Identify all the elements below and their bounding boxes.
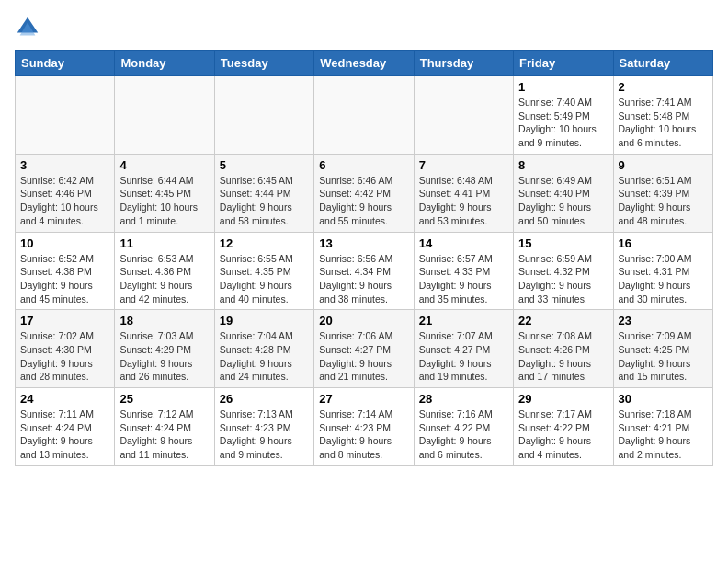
calendar-table: SundayMondayTuesdayWednesdayThursdayFrid… (15, 50, 713, 466)
day-number: 16 (619, 236, 708, 250)
day-number: 21 (419, 314, 508, 327)
logo-icon (15, 15, 40, 40)
day-number: 4 (119, 158, 209, 172)
calendar-cell: 20Sunrise: 7:06 AM Sunset: 4:27 PM Dayli… (314, 310, 414, 388)
day-number: 14 (419, 236, 508, 250)
day-info: Sunrise: 7:41 AM Sunset: 5:48 PM Dayligh… (619, 96, 708, 150)
calendar-cell: 24Sunrise: 7:11 AM Sunset: 4:24 PM Dayli… (16, 388, 115, 466)
calendar-cell: 23Sunrise: 7:09 AM Sunset: 4:25 PM Dayli… (613, 310, 712, 388)
calendar-cell: 4Sunrise: 6:44 AM Sunset: 4:45 PM Daylig… (115, 154, 214, 232)
calendar-week-3: 17Sunrise: 7:02 AM Sunset: 4:30 PM Dayli… (16, 310, 713, 388)
calendar-cell: 19Sunrise: 7:04 AM Sunset: 4:28 PM Dayli… (214, 310, 313, 388)
day-info: Sunrise: 7:08 AM Sunset: 4:26 PM Dayligh… (518, 329, 608, 384)
calendar-cell: 27Sunrise: 7:14 AM Sunset: 4:23 PM Dayli… (314, 388, 414, 466)
dow-header-saturday: Saturday (613, 51, 712, 76)
day-number: 26 (220, 392, 309, 406)
dow-header-sunday: Sunday (16, 51, 115, 76)
day-info: Sunrise: 6:53 AM Sunset: 4:36 PM Dayligh… (119, 252, 209, 306)
calendar-cell: 1Sunrise: 7:40 AM Sunset: 5:49 PM Daylig… (514, 76, 613, 155)
calendar-cell: 25Sunrise: 7:12 AM Sunset: 4:24 PM Dayli… (115, 388, 214, 466)
calendar-cell: 12Sunrise: 6:55 AM Sunset: 4:35 PM Dayli… (214, 232, 313, 310)
calendar-cell: 14Sunrise: 6:57 AM Sunset: 4:33 PM Dayli… (414, 232, 513, 310)
day-info: Sunrise: 6:57 AM Sunset: 4:33 PM Dayligh… (419, 252, 508, 306)
day-info: Sunrise: 7:17 AM Sunset: 4:22 PM Dayligh… (518, 408, 608, 462)
day-info: Sunrise: 7:03 AM Sunset: 4:29 PM Dayligh… (119, 329, 209, 384)
calendar-cell: 15Sunrise: 6:59 AM Sunset: 4:32 PM Dayli… (514, 232, 613, 310)
calendar-cell: 7Sunrise: 6:48 AM Sunset: 4:41 PM Daylig… (414, 154, 513, 232)
calendar-cell: 13Sunrise: 6:56 AM Sunset: 4:34 PM Dayli… (314, 232, 414, 310)
calendar-body: 1Sunrise: 7:40 AM Sunset: 5:49 PM Daylig… (16, 76, 713, 466)
calendar-cell (115, 76, 214, 155)
calendar-cell: 17Sunrise: 7:02 AM Sunset: 4:30 PM Dayli… (16, 310, 115, 388)
day-number: 19 (220, 314, 309, 327)
days-of-week-row: SundayMondayTuesdayWednesdayThursdayFrid… (16, 51, 713, 76)
day-info: Sunrise: 7:18 AM Sunset: 4:21 PM Dayligh… (619, 408, 708, 462)
day-number: 15 (518, 236, 608, 250)
calendar-week-2: 10Sunrise: 6:52 AM Sunset: 4:38 PM Dayli… (16, 232, 713, 310)
day-info: Sunrise: 7:12 AM Sunset: 4:24 PM Dayligh… (119, 408, 209, 462)
page-header (15, 15, 713, 40)
day-number: 1 (518, 80, 608, 94)
calendar-cell: 10Sunrise: 6:52 AM Sunset: 4:38 PM Dayli… (16, 232, 115, 310)
calendar-week-4: 24Sunrise: 7:11 AM Sunset: 4:24 PM Dayli… (16, 388, 713, 466)
calendar-cell: 5Sunrise: 6:45 AM Sunset: 4:44 PM Daylig… (214, 154, 313, 232)
day-info: Sunrise: 6:59 AM Sunset: 4:32 PM Dayligh… (518, 252, 608, 306)
calendar-week-0: 1Sunrise: 7:40 AM Sunset: 5:49 PM Daylig… (16, 76, 713, 155)
day-info: Sunrise: 7:13 AM Sunset: 4:23 PM Dayligh… (220, 408, 309, 462)
logo (15, 15, 44, 40)
day-number: 25 (119, 392, 209, 406)
day-number: 10 (20, 236, 109, 250)
day-info: Sunrise: 7:02 AM Sunset: 4:30 PM Dayligh… (20, 329, 109, 384)
dow-header-thursday: Thursday (414, 51, 513, 76)
calendar-cell: 21Sunrise: 7:07 AM Sunset: 4:27 PM Dayli… (414, 310, 513, 388)
calendar-cell: 28Sunrise: 7:16 AM Sunset: 4:22 PM Dayli… (414, 388, 513, 466)
dow-header-tuesday: Tuesday (214, 51, 313, 76)
day-number: 5 (220, 158, 309, 172)
day-number: 22 (518, 314, 608, 327)
calendar-cell: 2Sunrise: 7:41 AM Sunset: 5:48 PM Daylig… (613, 76, 712, 155)
day-number: 20 (319, 314, 408, 327)
calendar-week-1: 3Sunrise: 6:42 AM Sunset: 4:46 PM Daylig… (16, 154, 713, 232)
day-number: 30 (619, 392, 708, 406)
day-info: Sunrise: 7:00 AM Sunset: 4:31 PM Dayligh… (619, 252, 708, 306)
day-info: Sunrise: 6:45 AM Sunset: 4:44 PM Dayligh… (220, 174, 309, 228)
day-number: 9 (619, 158, 708, 172)
day-number: 2 (619, 80, 708, 94)
day-info: Sunrise: 6:51 AM Sunset: 4:39 PM Dayligh… (619, 174, 708, 228)
day-number: 27 (319, 392, 408, 406)
day-number: 29 (518, 392, 608, 406)
day-info: Sunrise: 7:04 AM Sunset: 4:28 PM Dayligh… (220, 329, 309, 384)
dow-header-monday: Monday (115, 51, 214, 76)
calendar-cell: 29Sunrise: 7:17 AM Sunset: 4:22 PM Dayli… (514, 388, 613, 466)
calendar-cell: 30Sunrise: 7:18 AM Sunset: 4:21 PM Dayli… (613, 388, 712, 466)
day-info: Sunrise: 7:40 AM Sunset: 5:49 PM Dayligh… (518, 96, 608, 150)
dow-header-friday: Friday (514, 51, 613, 76)
day-number: 8 (518, 158, 608, 172)
calendar-cell: 6Sunrise: 6:46 AM Sunset: 4:42 PM Daylig… (314, 154, 414, 232)
calendar-cell (16, 76, 115, 155)
day-number: 3 (20, 158, 109, 172)
day-info: Sunrise: 6:52 AM Sunset: 4:38 PM Dayligh… (20, 252, 109, 306)
calendar-cell: 11Sunrise: 6:53 AM Sunset: 4:36 PM Dayli… (115, 232, 214, 310)
day-number: 12 (220, 236, 309, 250)
day-number: 11 (119, 236, 209, 250)
day-number: 6 (319, 158, 408, 172)
day-number: 17 (20, 314, 109, 327)
calendar-cell (414, 76, 513, 155)
day-info: Sunrise: 7:14 AM Sunset: 4:23 PM Dayligh… (319, 408, 408, 462)
day-number: 18 (119, 314, 209, 327)
day-number: 23 (619, 314, 708, 327)
calendar-cell: 3Sunrise: 6:42 AM Sunset: 4:46 PM Daylig… (16, 154, 115, 232)
calendar-cell: 9Sunrise: 6:51 AM Sunset: 4:39 PM Daylig… (613, 154, 712, 232)
calendar-cell: 26Sunrise: 7:13 AM Sunset: 4:23 PM Dayli… (214, 388, 313, 466)
day-number: 7 (419, 158, 508, 172)
calendar-cell: 8Sunrise: 6:49 AM Sunset: 4:40 PM Daylig… (514, 154, 613, 232)
day-info: Sunrise: 6:46 AM Sunset: 4:42 PM Dayligh… (319, 174, 408, 228)
day-info: Sunrise: 7:06 AM Sunset: 4:27 PM Dayligh… (319, 329, 408, 384)
day-info: Sunrise: 6:49 AM Sunset: 4:40 PM Dayligh… (518, 174, 608, 228)
calendar-cell: 16Sunrise: 7:00 AM Sunset: 4:31 PM Dayli… (613, 232, 712, 310)
calendar-cell (214, 76, 313, 155)
day-number: 13 (319, 236, 408, 250)
day-info: Sunrise: 7:09 AM Sunset: 4:25 PM Dayligh… (619, 329, 708, 384)
day-info: Sunrise: 6:42 AM Sunset: 4:46 PM Dayligh… (20, 174, 109, 228)
